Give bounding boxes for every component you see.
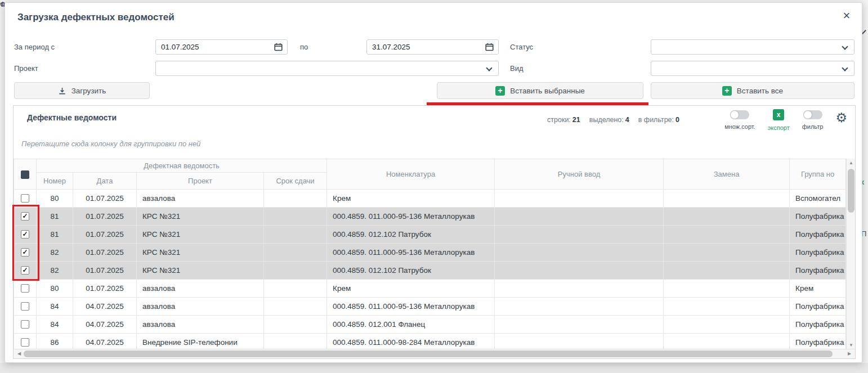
cell-manual[interactable]	[495, 280, 664, 298]
multisort-toggle[interactable]	[730, 110, 749, 119]
calendar-icon[interactable]	[485, 43, 494, 51]
cell-deadline[interactable]	[264, 190, 327, 208]
cell-date[interactable]: 01.07.2025	[73, 244, 137, 262]
cell-date[interactable]: 04.07.2025	[73, 316, 137, 334]
vertical-scrollbar[interactable]: ▲ ▼	[846, 159, 855, 350]
cell-date[interactable]: 04.07.2025	[73, 334, 137, 350]
filter-toggle[interactable]	[803, 110, 822, 119]
cell-number[interactable]: 86	[37, 334, 73, 350]
date-from-field[interactable]	[155, 39, 288, 55]
table-row[interactable]: ✓8101.07.2025КРС №321000.4859. 011.000-9…	[14, 208, 846, 226]
cell-nomenclature[interactable]: 000.4859. 011.000-95-136 Металлорукав	[327, 298, 495, 316]
cell-manual[interactable]	[495, 208, 664, 226]
cell-replace[interactable]	[664, 244, 790, 262]
cell-number[interactable]: 81	[37, 208, 73, 226]
cell-project[interactable]: Внедрение SIP-телефонии	[137, 334, 264, 350]
cell-group[interactable]: Вспомогател	[790, 190, 846, 208]
vid-select[interactable]	[651, 61, 854, 76]
cell-date[interactable]: 01.07.2025	[73, 280, 137, 298]
calendar-icon[interactable]	[274, 43, 283, 51]
table-row[interactable]: ✓8101.07.2025КРС №321000.4859. 012.102 П…	[14, 226, 846, 244]
column-manual-input[interactable]: Ручной ввод	[495, 159, 664, 190]
column-nomenclature-group[interactable]: Группа но	[790, 159, 846, 190]
cell-deadline[interactable]	[264, 334, 327, 350]
horizontal-scrollbar-thumb[interactable]	[24, 350, 833, 357]
table-row[interactable]: ✓8201.07.2025КРС №321000.4859. 012.102 П…	[14, 262, 846, 280]
table-row[interactable]: 8404.07.2025авзалова000.4859. 011.000-95…	[14, 298, 846, 316]
cell-manual[interactable]	[495, 262, 664, 280]
cell-deadline[interactable]	[264, 262, 327, 280]
column-deadline[interactable]: Срок сдачи	[264, 173, 327, 190]
scroll-up-icon[interactable]: ▲	[847, 159, 856, 168]
cell-number[interactable]: 84	[37, 316, 73, 334]
cell-date[interactable]: 01.07.2025	[73, 190, 137, 208]
cell-project[interactable]: КРС №321	[137, 244, 264, 262]
cell-project[interactable]: КРС №321	[137, 226, 264, 244]
row-checkbox[interactable]: ✓	[21, 230, 29, 239]
column-date[interactable]: Дата	[73, 173, 137, 190]
cell-date[interactable]: 01.07.2025	[73, 262, 137, 280]
cell-project[interactable]: КРС №321	[137, 208, 264, 226]
cell-group[interactable]: Крем	[790, 280, 846, 298]
cell-group[interactable]: Полуфабрика	[790, 316, 846, 334]
row-checkbox[interactable]	[21, 194, 29, 203]
excel-export-icon[interactable]: x	[773, 109, 784, 120]
row-checkbox[interactable]: ✓	[21, 212, 29, 221]
cell-number[interactable]: 82	[37, 262, 73, 280]
cell-project[interactable]: авзалова	[137, 190, 264, 208]
table-row[interactable]: 8001.07.2025авзаловаКремКрем	[14, 280, 846, 298]
cell-deadline[interactable]	[264, 316, 327, 334]
table-row[interactable]: ✓8201.07.2025КРС №321000.4859. 011.000-9…	[14, 244, 846, 262]
cell-replace[interactable]	[664, 334, 790, 350]
insert-all-button[interactable]: + Вставить все	[651, 82, 854, 99]
table-row[interactable]: 8604.07.2025Внедрение SIP-телефонии000.4…	[14, 334, 846, 350]
column-number[interactable]: Номер	[37, 173, 73, 190]
cell-nomenclature[interactable]: Крем	[327, 280, 495, 298]
column-replacement[interactable]: Замена	[664, 159, 790, 190]
cell-nomenclature[interactable]: 000.4859. 011.000-98-284 Металлорукав	[327, 334, 495, 350]
cell-manual[interactable]	[495, 316, 664, 334]
cell-project[interactable]: КРС №321	[137, 262, 264, 280]
cell-deadline[interactable]	[264, 208, 327, 226]
column-nomenclature[interactable]: Номенклатура	[327, 159, 495, 190]
cell-group[interactable]: Полуфабрика	[790, 298, 846, 316]
table-row[interactable]: 8404.07.2025авзалова000.4859. 012.001 Фл…	[14, 316, 846, 334]
horizontal-scrollbar[interactable]: ◀ ▶	[14, 349, 855, 358]
cell-nomenclature[interactable]: 000.4859. 012.102 Патрубок	[327, 226, 495, 244]
cell-manual[interactable]	[495, 190, 664, 208]
vertical-scrollbar-thumb[interactable]	[848, 169, 854, 213]
load-button[interactable]: Загрузить	[14, 82, 150, 99]
row-checkbox[interactable]: ✓	[21, 266, 29, 275]
cell-group[interactable]: Полуфабрика	[790, 226, 846, 244]
cell-group[interactable]: Полуфабрика	[790, 244, 846, 262]
cell-nomenclature[interactable]: Крем	[327, 190, 495, 208]
column-project[interactable]: Проект	[137, 173, 264, 190]
cell-number[interactable]: 80	[37, 190, 73, 208]
scroll-left-icon[interactable]: ◀	[15, 349, 24, 358]
cell-replace[interactable]	[664, 316, 790, 334]
cell-deadline[interactable]	[264, 244, 327, 262]
cell-replace[interactable]	[664, 262, 790, 280]
table-row[interactable]: 8001.07.2025авзаловаКремВспомогател	[14, 190, 846, 208]
close-icon[interactable]: ×	[839, 8, 854, 23]
cell-nomenclature[interactable]: 000.4859. 011.000-95-136 Металлорукав	[327, 208, 495, 226]
row-checkbox[interactable]	[21, 338, 29, 347]
cell-project[interactable]: авзалова	[137, 280, 264, 298]
gear-icon[interactable]: ⚙	[835, 111, 847, 124]
cell-manual[interactable]	[495, 298, 664, 316]
cell-project[interactable]: авзалова	[137, 316, 264, 334]
insert-selected-button[interactable]: + Вставить выбранные	[437, 82, 643, 99]
cell-deadline[interactable]	[264, 280, 327, 298]
cell-replace[interactable]	[664, 280, 790, 298]
row-checkbox[interactable]	[21, 302, 29, 311]
cell-manual[interactable]	[495, 226, 664, 244]
cell-manual[interactable]	[495, 334, 664, 350]
cell-deadline[interactable]	[264, 226, 327, 244]
cell-date[interactable]: 04.07.2025	[73, 298, 137, 316]
status-select[interactable]	[651, 39, 854, 55]
cell-replace[interactable]	[664, 298, 790, 316]
cell-number[interactable]: 84	[37, 298, 73, 316]
cell-group[interactable]: Полуфабрика	[790, 334, 846, 350]
cell-number[interactable]: 80	[37, 280, 73, 298]
cell-group[interactable]: Полуфабрика	[790, 262, 846, 280]
